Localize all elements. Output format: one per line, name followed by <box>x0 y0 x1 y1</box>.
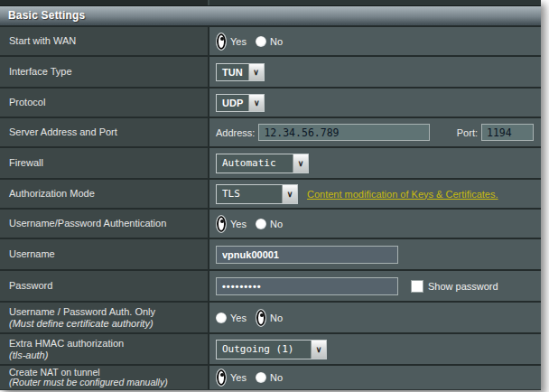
dropdown-arrow-icon: ∨ <box>293 154 308 173</box>
dropdown-arrow-icon: ∨ <box>311 341 326 359</box>
row-start-with-wan: Start with WAN Yes No <box>0 25 541 55</box>
field-label: Username / Password Auth. Only <box>9 306 202 318</box>
row-authorization-mode: Authorization Mode TLS ∨ Content modific… <box>0 178 541 208</box>
radio-no-label[interactable]: No <box>270 313 283 323</box>
selected-value: TUN <box>217 64 248 80</box>
radio-yes[interactable] <box>216 33 227 51</box>
dropdown-arrow-icon: ∨ <box>248 95 264 111</box>
field-sublabel: (Must define certificate authority) <box>9 318 202 330</box>
field-label: Server Address and Port <box>9 126 202 138</box>
radio-yes-label[interactable]: Yes <box>230 219 247 229</box>
row-server-address-port: Server Address and Port Address: Port: <box>0 117 541 146</box>
field-label: Protocol <box>9 97 202 108</box>
dropdown-arrow-icon: ∨ <box>248 64 264 80</box>
row-password: Password Show password <box>0 269 541 301</box>
row-create-nat: Create NAT on tunnel (Router must be con… <box>0 364 541 389</box>
radio-yes[interactable] <box>216 369 227 387</box>
row-userpass-authentication: Username/Password Authentication Yes No <box>0 208 541 238</box>
address-label: Address: <box>216 127 255 138</box>
radio-yes[interactable] <box>216 215 227 233</box>
field-sublabel: (Router must be configured manually) <box>9 378 202 387</box>
protocol-select[interactable]: UDP ∨ <box>216 94 265 112</box>
selected-value: Outgoing (1) <box>217 341 311 359</box>
radio-no-label[interactable]: No <box>270 36 283 47</box>
password-input[interactable] <box>216 277 398 295</box>
radio-no[interactable] <box>256 372 266 383</box>
row-protocol: Protocol UDP ∨ <box>0 87 541 117</box>
field-label: Extra HMAC authorization <box>9 338 202 350</box>
section-header: Basic Settings <box>0 6 541 25</box>
row-interface-type: Interface Type TUN ∨ <box>0 55 541 87</box>
radio-no[interactable] <box>256 219 266 229</box>
show-password-checkbox[interactable] <box>411 280 423 293</box>
field-label: Username <box>9 248 202 260</box>
radio-no-label[interactable]: No <box>270 372 283 383</box>
radio-yes-label[interactable]: Yes <box>230 36 247 47</box>
port-input[interactable] <box>481 124 534 141</box>
selected-value: UDP <box>217 95 248 111</box>
radio-no-label[interactable]: No <box>270 219 283 229</box>
radio-yes-label[interactable]: Yes <box>230 313 247 323</box>
address-input[interactable] <box>258 124 430 141</box>
selected-value: Automatic <box>217 154 293 173</box>
port-label: Port: <box>457 127 478 138</box>
row-username: Username <box>0 238 541 269</box>
radio-yes[interactable] <box>216 313 227 323</box>
username-input[interactable] <box>216 246 398 264</box>
field-label: Username/Password Authentication <box>9 218 202 229</box>
section-title: Basic Settings <box>8 9 86 22</box>
previous-row-remnant <box>0 0 541 6</box>
field-label: Authorization Mode <box>9 188 202 200</box>
hmac-select[interactable]: Outgoing (1) ∨ <box>216 340 327 359</box>
row-userpass-only: Username / Password Auth. Only (Must def… <box>0 301 541 332</box>
radio-yes-label[interactable]: Yes <box>230 372 247 383</box>
dropdown-arrow-icon: ∨ <box>282 185 297 203</box>
field-sublabel: (tls-auth) <box>9 350 202 361</box>
selected-value: TLS <box>217 185 282 203</box>
firewall-select[interactable]: Automatic ∨ <box>216 154 309 173</box>
authorization-mode-select[interactable]: TLS ∨ <box>216 184 298 204</box>
row-extra-hmac: Extra HMAC authorization (tls-auth) Outg… <box>0 332 541 364</box>
basic-settings-panel: Basic Settings Start with WAN Yes No Int… <box>0 0 541 390</box>
keys-certificates-link[interactable]: Content modification of Keys & Certifica… <box>307 189 498 200</box>
field-label: Interface Type <box>9 66 202 78</box>
row-firewall: Firewall Automatic ∨ <box>0 146 541 178</box>
field-label: Password <box>9 280 202 292</box>
field-label: Firewall <box>9 157 202 169</box>
interface-type-select[interactable]: TUN ∨ <box>216 63 265 81</box>
field-label: Start with WAN <box>9 35 202 47</box>
radio-no[interactable] <box>256 309 266 327</box>
show-password-label[interactable]: Show password <box>428 281 498 292</box>
radio-no[interactable] <box>256 36 266 47</box>
